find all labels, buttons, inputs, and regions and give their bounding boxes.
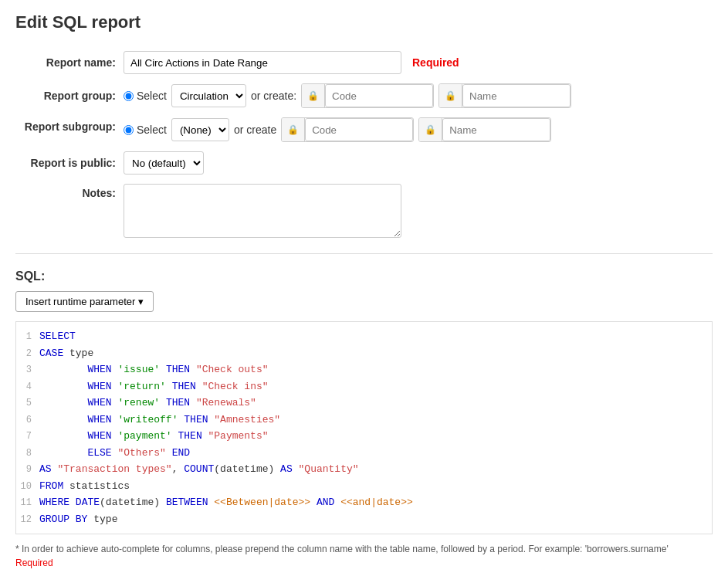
report-name-controls: Required bbox=[124, 51, 459, 74]
group-code-wrapper: 🔒 bbox=[301, 83, 434, 108]
sql-line: 5 WHEN 'renew' THEN "Renewals" bbox=[16, 395, 712, 412]
page-container: Edit SQL report Report name: Required Re… bbox=[0, 0, 728, 583]
subgroup-select-radio[interactable] bbox=[124, 125, 134, 135]
group-name-icon: 🔒 bbox=[439, 84, 462, 107]
sql-label: SQL: bbox=[15, 269, 713, 283]
sql-line: 4 WHEN 'return' THEN "Check ins" bbox=[16, 378, 712, 395]
subgroup-name-icon: 🔒 bbox=[419, 118, 442, 141]
subgroup-name-wrapper: 🔒 bbox=[418, 117, 551, 142]
insert-param-button[interactable]: Insert runtime parameter ▾ bbox=[15, 291, 154, 312]
report-group-select[interactable]: Circulation bbox=[171, 84, 246, 107]
report-group-controls: Select Circulation or create: 🔒 🔒 bbox=[124, 83, 571, 108]
report-group-label: Report group: bbox=[15, 90, 116, 102]
notes-label: Notes: bbox=[15, 184, 116, 199]
group-name-wrapper: 🔒 bbox=[438, 83, 571, 108]
required-badge: Required bbox=[412, 56, 459, 69]
sql-section: SQL: Insert runtime parameter ▾ 1 SELECT… bbox=[15, 269, 713, 534]
or-create-sub-label: or create bbox=[234, 124, 276, 136]
subgroup-code-wrapper: 🔒 bbox=[281, 117, 414, 142]
report-public-select[interactable]: No (default) Yes bbox=[124, 151, 204, 175]
report-public-controls: No (default) Yes bbox=[124, 151, 204, 175]
form-section: Report name: Required Report group: Sele… bbox=[15, 51, 713, 238]
page-title: Edit SQL report bbox=[15, 12, 713, 32]
report-name-row: Report name: Required bbox=[15, 51, 713, 74]
sql-line: 9 AS "Transaction types", COUNT(datetime… bbox=[16, 461, 712, 478]
subgroup-select-radio-label[interactable]: Select bbox=[124, 124, 167, 136]
insert-param-label: Insert runtime parameter bbox=[25, 296, 135, 307]
report-subgroup-row: Report subgroup: Select (None) or create… bbox=[15, 117, 713, 142]
or-create-label: or create: bbox=[251, 90, 296, 102]
report-public-label: Report is public: bbox=[15, 157, 116, 169]
group-name-input[interactable] bbox=[462, 84, 571, 107]
sql-line: 1 SELECT bbox=[16, 328, 712, 345]
subgroup-code-icon: 🔒 bbox=[282, 118, 305, 141]
notes-controls bbox=[124, 184, 401, 238]
report-name-input[interactable] bbox=[124, 51, 401, 74]
notes-textarea[interactable] bbox=[124, 184, 401, 238]
group-code-input[interactable] bbox=[325, 84, 433, 107]
report-subgroup-select[interactable]: (None) bbox=[171, 118, 229, 141]
report-group-row: Report group: Select Circulation or crea… bbox=[15, 83, 713, 108]
sql-line: 2 CASE type bbox=[16, 345, 712, 362]
divider bbox=[15, 253, 713, 254]
group-select-radio-label[interactable]: Select bbox=[124, 90, 167, 102]
report-subgroup-label: Report subgroup: bbox=[15, 117, 116, 133]
sql-line: 10 FROM statistics bbox=[16, 478, 712, 495]
subgroup-code-input[interactable] bbox=[305, 118, 413, 141]
report-name-label: Report name: bbox=[15, 56, 116, 69]
subgroup-name-input[interactable] bbox=[442, 118, 550, 141]
notes-row: Notes: bbox=[15, 184, 713, 238]
sql-line: 3 WHEN 'issue' THEN "Check outs" bbox=[16, 361, 712, 378]
sql-editor: 1 SELECT 2 CASE type 3 WHEN 'issue' THEN… bbox=[15, 321, 713, 534]
sql-line: 7 WHEN 'payment' THEN "Payments" bbox=[16, 428, 712, 445]
sql-line: 11 WHERE DATE(datetime) BETWEEN <<Betwee… bbox=[16, 494, 712, 511]
footer-required: Required bbox=[15, 558, 713, 568]
sql-line: 6 WHEN 'writeoff' THEN "Amnesties" bbox=[16, 412, 712, 429]
subgroup-select-label: Select bbox=[137, 124, 167, 136]
sql-line: 12 GROUP BY type bbox=[16, 511, 712, 528]
report-public-row: Report is public: No (default) Yes bbox=[15, 151, 713, 175]
group-code-icon: 🔒 bbox=[302, 84, 325, 107]
footer-note: * In order to achieve auto-complete for … bbox=[15, 544, 713, 554]
group-select-label: Select bbox=[137, 90, 167, 102]
dropdown-arrow-icon: ▾ bbox=[138, 296, 144, 307]
group-select-radio[interactable] bbox=[124, 91, 134, 101]
report-subgroup-controls: Select (None) or create 🔒 🔒 bbox=[124, 117, 551, 142]
sql-line: 8 ELSE "Others" END bbox=[16, 445, 712, 462]
